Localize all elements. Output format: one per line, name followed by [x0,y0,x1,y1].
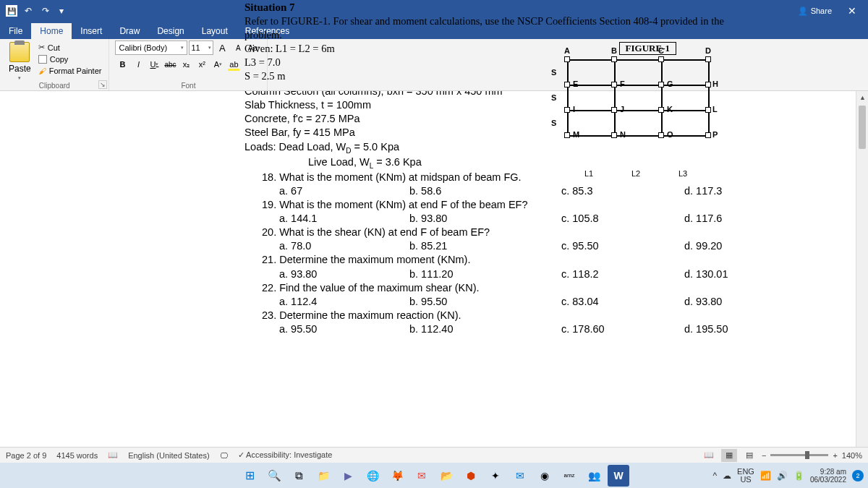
scroll-thumb[interactable] [859,106,866,149]
q20: 20. What is the shear (KN) at end F of b… [244,226,855,239]
figure-1-diagram: A B C D EFGH IJKL MNOP S S S L1 L2 L3 [564,56,723,165]
share-label: Share [811,7,832,15]
redo-button[interactable]: ↷ [39,6,52,16]
ribbon: Paste ▾ ✂ Cut Copy 🖌 Format Painter Clip… [0,39,868,91]
doc-title: Situation 7 [244,1,295,14]
doc-problem: problem. [244,29,282,41]
q23-opts: a. 95.50b. 112.40c. 178.60d. 195.50 [244,322,855,336]
italic-button[interactable]: I [131,57,145,72]
chevron-down-icon: ▾ [181,45,184,51]
text-effects-button[interactable]: A▾ [210,57,225,72]
paste-icon [9,42,30,62]
search-button[interactable]: 🔍 [263,465,285,487]
doc-steel: Steel Bar, fy = 415 MPa [244,126,855,140]
taskbar-app-files[interactable]: 📂 [435,465,457,487]
q18: 18. What is the moment (KNm) at midspan … [244,171,855,184]
zoom-slider[interactable] [770,454,828,456]
display-settings-icon[interactable]: 🖵 [220,451,228,460]
page-indicator[interactable]: Page 2 of 9 [6,451,46,460]
taskbar-app-firefox[interactable]: 🦊 [386,465,408,487]
spell-check-icon[interactable]: 📖 [108,450,118,460]
close-button[interactable]: ✕ [835,0,868,22]
word-count[interactable]: 4145 words [56,451,98,460]
font-size-value: 11 [191,43,200,52]
taskbar-app-office[interactable]: ⬢ [460,465,482,487]
superscript-button[interactable]: x² [195,57,209,72]
zoom-value[interactable]: 140% [842,451,862,460]
taskbar-app-teams[interactable]: 👥 [583,465,605,487]
tray-volume-icon[interactable]: 🔊 [777,471,788,481]
zoom-out-button[interactable]: − [762,451,766,460]
grow-font-button[interactable]: A [215,40,229,55]
tab-design[interactable]: Design [148,23,192,39]
tray-wifi-icon[interactable]: 📶 [760,471,771,481]
taskbar-app-chrome[interactable]: ◉ [534,465,556,487]
tray-battery-icon[interactable]: 🔋 [793,471,804,481]
taskbar-app-video[interactable]: ▶ [337,465,359,487]
doc-l3: L3 = 7.0 [244,56,281,69]
accessibility-indicator[interactable]: ✓ Accessibility: Investigate [238,450,333,460]
scroll-up-button[interactable]: ▲ [856,91,868,103]
save-icon[interactable]: 💾 [6,5,17,17]
chevron-down-icon: ▾ [208,45,211,51]
doc-slab: Slab Thickness, t = 100mm [244,98,855,112]
tab-insert[interactable]: Insert [72,23,111,39]
taskbar-app-mail[interactable]: ✉ [509,465,531,487]
format-painter-label: Format Painter [49,67,102,75]
taskbar-app-word[interactable]: W [608,465,629,487]
tab-draw[interactable]: Draw [111,23,148,39]
doc-live-load: Live Load, WL = 3.6 Kpa [244,155,855,171]
q20-opts: a. 78.0b. 85.21c. 95.50d. 99.20 [244,239,855,253]
strike-button[interactable]: abc [163,57,177,72]
doc-col: Column Section (all columns), bxh = 350 … [244,91,855,98]
customize-qat[interactable]: ▾ [56,6,67,16]
undo-button[interactable]: ↶ [22,6,35,16]
vertical-scrollbar[interactable]: ▲ ▼ [856,91,868,463]
subscript-button[interactable]: x₂ [179,57,193,72]
web-layout-button[interactable]: ▤ [741,449,757,462]
bold-button[interactable]: B [115,57,129,72]
taskbar-app-edge[interactable]: 🌐 [362,465,383,487]
language-indicator[interactable]: English (United States) [128,451,210,460]
taskbar-app-gmail[interactable]: ✉ [411,465,433,487]
taskbar-app-slack[interactable]: ✦ [485,465,506,487]
format-painter-button[interactable]: 🖌 Format Painter [37,66,103,76]
tab-file[interactable]: File [0,23,31,39]
figure-label: FIGURE-1 [619,42,676,55]
shrink-font-button[interactable]: A [231,40,245,55]
tray-chevron-icon[interactable]: ^ [712,471,717,481]
clipboard-launcher[interactable]: ↘ [98,80,107,89]
cut-label: Cut [48,43,60,52]
language-switcher[interactable]: ENGUS [737,468,754,484]
clock[interactable]: 9:28 am06/03/2022 [810,468,846,484]
notification-badge[interactable]: 2 [852,470,864,481]
tab-home[interactable]: Home [31,23,72,39]
document-area[interactable]: Column Section (all columns), bxh = 350 … [0,91,868,463]
paste-button[interactable]: Paste ▾ [6,40,34,82]
zoom-in-button[interactable]: + [833,451,837,460]
copy-button[interactable]: Copy [37,54,103,64]
tray-onedrive-icon[interactable]: ☁ [723,471,731,481]
font-size-select[interactable]: 11 ▾ [189,40,213,55]
clipboard-group: Paste ▾ ✂ Cut Copy 🖌 Format Painter Clip… [0,39,109,90]
underline-button[interactable]: U▾ [147,57,161,72]
start-button[interactable]: ⊞ [239,465,260,487]
print-layout-button[interactable]: ▦ [721,449,737,462]
task-view-button[interactable]: ⧉ [288,465,310,487]
clipboard-group-label: Clipboard [0,82,109,90]
copy-label: Copy [50,55,69,64]
scissors-icon: ✂ [38,43,45,52]
font-name-select[interactable]: Calibri (Body) ▾ [115,40,187,55]
tab-layout[interactable]: Layout [193,23,237,39]
read-mode-button[interactable]: 📖 [701,449,717,462]
chevron-down-icon: ▾ [219,61,222,67]
taskbar-app-explorer[interactable]: 📁 [312,465,334,487]
doc-intro: Refer to FIGURE-1. For shear and moment … [244,15,825,27]
cut-button[interactable]: ✂ Cut [37,42,103,53]
q18-opts: a. 67b. 58.6c. 85.3d. 117.3 [244,184,855,198]
q19: 19. What is the moment (KNm) at end F of… [244,198,855,212]
brush-icon: 🖌 [38,67,46,75]
highlight-button[interactable]: ab [226,57,241,72]
doc-dead-load: Loads: Dead Load, WD = 5.0 Kpa [244,140,855,155]
taskbar-app-amazon[interactable]: amz [558,465,580,487]
